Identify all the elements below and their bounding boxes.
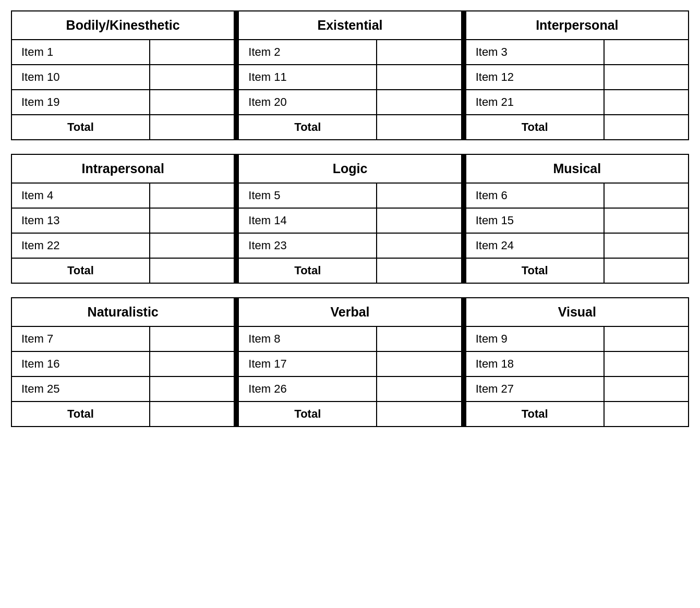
total-row: Total xyxy=(11,402,234,427)
total-value[interactable] xyxy=(150,115,234,140)
section-visual: VisualItem 9Item 18Item 27Total xyxy=(465,297,689,427)
item-value[interactable] xyxy=(604,326,689,351)
item-label: Item 15 xyxy=(466,208,604,233)
item-value[interactable] xyxy=(377,376,461,402)
total-row: Total xyxy=(11,115,234,140)
header-interpersonal: Interpersonal xyxy=(466,11,689,40)
item-value[interactable] xyxy=(604,233,689,258)
total-value[interactable] xyxy=(150,258,234,283)
table-row: Item 17 xyxy=(238,351,461,376)
table-row: Item 10 xyxy=(11,65,234,90)
item-value[interactable] xyxy=(604,183,689,208)
section-interpersonal: InterpersonalItem 3Item 12Item 21Total xyxy=(465,10,689,140)
item-value[interactable] xyxy=(604,65,689,90)
section-naturalistic: NaturalisticItem 7Item 16Item 25Total xyxy=(11,297,235,427)
table-interpersonal: InterpersonalItem 3Item 12Item 21Total xyxy=(465,10,689,140)
section-gap xyxy=(11,284,689,297)
table-verbal: VerbalItem 8Item 17Item 26Total xyxy=(238,297,462,427)
item-value[interactable] xyxy=(377,90,461,115)
item-label: Item 24 xyxy=(466,233,604,258)
table-row: Item 23 xyxy=(238,233,461,258)
table-logic: LogicItem 5Item 14Item 23Total xyxy=(238,154,462,284)
table-row: Item 26 xyxy=(238,376,461,402)
total-label: Total xyxy=(238,115,377,140)
item-label: Item 21 xyxy=(466,90,604,115)
table-row: Item 16 xyxy=(11,351,234,376)
item-value[interactable] xyxy=(150,90,234,115)
item-value[interactable] xyxy=(604,376,689,402)
table-intrapersonal: IntrapersonalItem 4Item 13Item 22Total xyxy=(11,154,235,284)
item-label: Item 9 xyxy=(466,326,604,351)
item-value[interactable] xyxy=(150,351,234,376)
header-existential: Existential xyxy=(238,11,461,40)
total-value[interactable] xyxy=(377,258,461,283)
item-value[interactable] xyxy=(604,90,689,115)
total-value[interactable] xyxy=(604,402,689,427)
section-intrapersonal: IntrapersonalItem 4Item 13Item 22Total xyxy=(11,154,235,284)
table-row: Item 21 xyxy=(466,90,689,115)
total-label: Total xyxy=(466,115,604,140)
item-label: Item 1 xyxy=(11,40,150,65)
item-value[interactable] xyxy=(377,40,461,65)
header-verbal: Verbal xyxy=(238,298,461,326)
total-label: Total xyxy=(466,402,604,427)
section-verbal: VerbalItem 8Item 17Item 26Total xyxy=(238,297,462,427)
header-bodily-kinesthetic: Bodily/Kinesthetic xyxy=(11,11,234,40)
table-row: Item 4 xyxy=(11,183,234,208)
header-intrapersonal: Intrapersonal xyxy=(11,154,234,183)
section-group-1: Bodily/KinestheticItem 1Item 10Item 19To… xyxy=(11,10,689,140)
item-value[interactable] xyxy=(377,65,461,90)
table-row: Item 27 xyxy=(466,376,689,402)
table-row: Item 18 xyxy=(466,351,689,376)
item-label: Item 20 xyxy=(238,90,377,115)
item-value[interactable] xyxy=(150,233,234,258)
header-musical: Musical xyxy=(466,154,689,183)
table-row: Item 5 xyxy=(238,183,461,208)
total-value[interactable] xyxy=(604,115,689,140)
table-musical: MusicalItem 6Item 15Item 24Total xyxy=(465,154,689,284)
item-value[interactable] xyxy=(150,65,234,90)
total-row: Total xyxy=(11,258,234,283)
item-value[interactable] xyxy=(377,351,461,376)
item-value[interactable] xyxy=(604,40,689,65)
total-row: Total xyxy=(238,258,461,283)
table-visual: VisualItem 9Item 18Item 27Total xyxy=(465,297,689,427)
item-label: Item 19 xyxy=(11,90,150,115)
total-value[interactable] xyxy=(150,402,234,427)
table-row: Item 22 xyxy=(11,233,234,258)
item-label: Item 26 xyxy=(238,376,377,402)
table-row: Item 15 xyxy=(466,208,689,233)
item-value[interactable] xyxy=(377,326,461,351)
table-row: Item 20 xyxy=(238,90,461,115)
total-row: Total xyxy=(466,115,689,140)
section-musical: MusicalItem 6Item 15Item 24Total xyxy=(465,154,689,284)
item-label: Item 25 xyxy=(11,376,150,402)
item-value[interactable] xyxy=(377,183,461,208)
total-value[interactable] xyxy=(604,258,689,283)
total-label: Total xyxy=(11,258,150,283)
item-value[interactable] xyxy=(150,208,234,233)
item-label: Item 3 xyxy=(466,40,604,65)
page-wrapper: Bodily/KinestheticItem 1Item 10Item 19To… xyxy=(11,10,689,427)
item-label: Item 18 xyxy=(466,351,604,376)
item-value[interactable] xyxy=(150,40,234,65)
item-value[interactable] xyxy=(377,233,461,258)
item-label: Item 2 xyxy=(238,40,377,65)
table-row: Item 19 xyxy=(11,90,234,115)
item-value[interactable] xyxy=(604,351,689,376)
total-value[interactable] xyxy=(377,402,461,427)
total-row: Total xyxy=(466,258,689,283)
total-row: Total xyxy=(238,115,461,140)
table-row: Item 6 xyxy=(466,183,689,208)
item-value[interactable] xyxy=(150,376,234,402)
total-value[interactable] xyxy=(377,115,461,140)
item-label: Item 27 xyxy=(466,376,604,402)
item-label: Item 8 xyxy=(238,326,377,351)
item-value[interactable] xyxy=(150,183,234,208)
item-value[interactable] xyxy=(377,208,461,233)
item-value[interactable] xyxy=(604,208,689,233)
item-value[interactable] xyxy=(150,326,234,351)
table-row: Item 14 xyxy=(238,208,461,233)
section-existential: ExistentialItem 2Item 11Item 20Total xyxy=(238,10,462,140)
total-label: Total xyxy=(238,402,377,427)
